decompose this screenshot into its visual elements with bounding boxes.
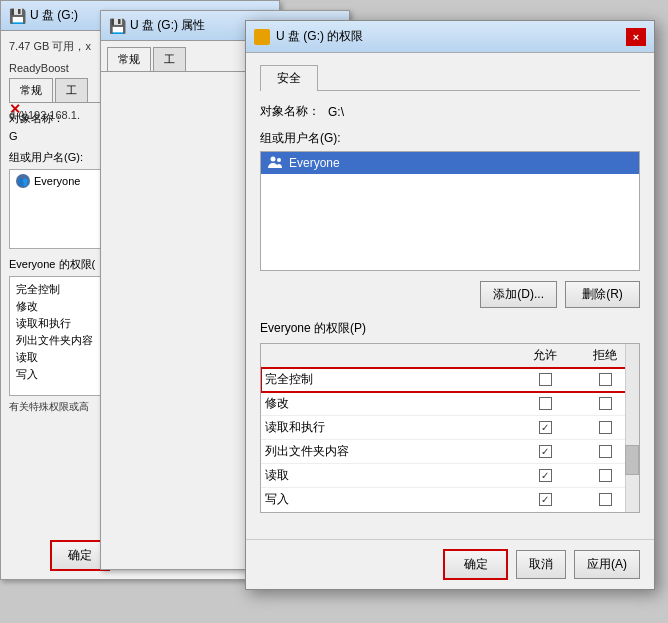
tab-area: 安全 [260, 65, 640, 91]
drive-icon [254, 29, 270, 45]
people-icon [267, 155, 283, 171]
checkbox-deny-re[interactable] [599, 421, 612, 434]
svg-point-1 [277, 158, 281, 162]
perm-allow-full-control[interactable] [515, 373, 575, 386]
permissions-label: Everyone 的权限(P) [260, 320, 640, 337]
remove-button[interactable]: 删除(R) [565, 281, 640, 308]
bg-network-label: d (\\192.168.1. [9, 109, 80, 121]
dialog-footer: 确定 取消 应用(A) [246, 539, 654, 589]
perm-name-list-folder: 列出文件夹内容 [265, 443, 515, 460]
perm-allow-list[interactable] [515, 445, 575, 458]
bg-user-name: Everyone [34, 175, 80, 187]
add-button[interactable]: 添加(D)... [480, 281, 557, 308]
perm-row-read[interactable]: 读取 [261, 464, 639, 488]
bg-tab-general[interactable]: 常规 [9, 78, 53, 102]
checkbox-allow-re[interactable] [539, 421, 552, 434]
props-tab-general[interactable]: 常规 [107, 47, 151, 71]
apply-button[interactable]: 应用(A) [574, 550, 640, 579]
perm-header-row: 允许 拒绝 [261, 344, 639, 368]
perm-allow-write[interactable] [515, 493, 575, 506]
perm-name-full-control: 完全控制 [265, 371, 515, 388]
perm-row-read-execute[interactable]: 读取和执行 [261, 416, 639, 440]
checkbox-deny-modify[interactable] [599, 397, 612, 410]
perm-col-allow: 允许 [515, 347, 575, 364]
checkbox-allow-modify[interactable] [539, 397, 552, 410]
user-group-list: Everyone [260, 151, 640, 271]
perm-allow-read[interactable] [515, 469, 575, 482]
security-tab[interactable]: 安全 [260, 65, 318, 91]
permissions-title-bar: U 盘 (G:) 的权限 × [246, 21, 654, 53]
object-name-label: 对象名称： [260, 103, 320, 120]
checkbox-deny-full[interactable] [599, 373, 612, 386]
properties-title-text: U 盘 (G:) 属性 [130, 17, 205, 34]
object-name-value: G:\ [328, 105, 344, 119]
checkbox-allow-full[interactable] [539, 373, 552, 386]
bg-user-icon: 👥 [16, 174, 30, 188]
perm-allow-modify[interactable] [515, 397, 575, 410]
cancel-button[interactable]: 取消 [516, 550, 566, 579]
group-users-label: 组或用户名(G): [260, 130, 640, 147]
bg-window-title-text: U 盘 (G:) [30, 7, 78, 24]
scrollbar-thumb[interactable] [625, 445, 639, 475]
user-item-everyone[interactable]: Everyone [261, 152, 639, 174]
perm-name-read-execute: 读取和执行 [265, 419, 515, 436]
checkbox-allow-list[interactable] [539, 445, 552, 458]
close-button[interactable]: × [626, 28, 646, 46]
bg-tab-tools[interactable]: 工 [55, 78, 88, 102]
permissions-table: 允许 拒绝 完全控制 修改 [260, 343, 640, 513]
checkbox-deny-write[interactable] [599, 493, 612, 506]
perm-row-write[interactable]: 写入 [261, 488, 639, 511]
checkbox-allow-write[interactable] [539, 493, 552, 506]
perm-name-read: 读取 [265, 467, 515, 484]
user-item-label: Everyone [289, 156, 340, 170]
props-tab-tools[interactable]: 工 [153, 47, 186, 71]
checkbox-deny-read[interactable] [599, 469, 612, 482]
perm-row-modify[interactable]: 修改 [261, 392, 639, 416]
svg-point-0 [271, 157, 276, 162]
perm-name-modify: 修改 [265, 395, 515, 412]
checkbox-deny-list[interactable] [599, 445, 612, 458]
checkbox-allow-read[interactable] [539, 469, 552, 482]
perm-allow-read-execute[interactable] [515, 421, 575, 434]
ok-button[interactable]: 确定 [443, 549, 508, 580]
permissions-title-content: U 盘 (G:) 的权限 [254, 28, 363, 45]
permissions-dialog: U 盘 (G:) 的权限 × 安全 对象名称： G:\ 组或用户名(G): [245, 20, 655, 590]
perm-row-list-folder[interactable]: 列出文件夹内容 [261, 440, 639, 464]
object-name-row: 对象名称： G:\ [260, 103, 640, 120]
perm-name-write: 写入 [265, 491, 515, 508]
permissions-title-text: U 盘 (G:) 的权限 [276, 28, 363, 45]
perm-row-full-control[interactable]: 完全控制 [261, 368, 639, 392]
scrollbar-track[interactable] [625, 344, 639, 512]
permissions-body: 安全 对象名称： G:\ 组或用户名(G): Everyone [246, 53, 654, 539]
add-remove-buttons: 添加(D)... 删除(R) [260, 281, 640, 308]
